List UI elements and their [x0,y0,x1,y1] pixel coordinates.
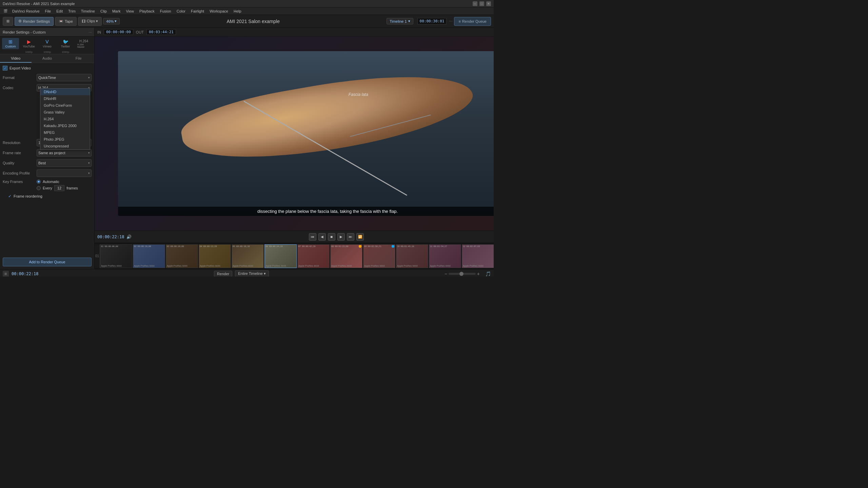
volume-icon[interactable]: 🔊 [126,235,132,239]
entire-timeline-button[interactable]: Entire Timeline ▾ [235,270,269,277]
film-clip-7[interactable]: 07 00:00:42;26 Apple ProRes 4444 [297,244,330,268]
tab-vimeo[interactable]: V Vimeo [39,38,56,49]
window-controls: ─ □ ✕ [473,1,491,6]
timecode-menu-icon[interactable]: ⋯ [449,19,453,23]
timeline-toolbar: ⊞ 00:00:22:18 Render Entire Timeline ▾ −… [0,269,494,277]
tab-video[interactable]: Video [0,54,32,63]
codec-option-uncompressed[interactable]: Uncompressed [40,143,90,149]
title-bar: DaVinci Resolve - AMI 2021 Salon example… [0,0,494,7]
menu-fairlight[interactable]: Fairlight [188,8,207,14]
menu-mark[interactable]: Mark [110,8,123,14]
menu-workspace[interactable]: Workspace [207,8,231,14]
menu-file[interactable]: File [42,8,54,14]
add-to-render-queue-button[interactable]: Add to Render Queue [3,258,92,266]
tab-h264[interactable]: H.264 H.264 Master [75,38,92,49]
menu-edit[interactable]: Edit [54,8,65,14]
timeline-grid-icon[interactable]: ⊞ [3,271,9,277]
every-label: Every [43,186,52,190]
codec-dropdown-menu: DNxHD DNxHR GoPro CineForm Grass Valley … [40,88,90,150]
film-clip-5[interactable]: 05 00:00:18;10 Apple ProRes 4444 [232,244,264,268]
maximize-button[interactable]: □ [479,1,484,6]
render-button[interactable]: Render [214,271,232,277]
codec-option-kakadu-jpeg2000[interactable]: Kakadu JPEG 2000 [40,122,90,129]
close-button[interactable]: ✕ [486,1,491,6]
tab-custom[interactable]: ⊞ Custom [2,38,19,49]
vimeo-sublabel: 1080p [39,50,56,54]
timeline-area: ⊞ 00:00:22:18 Render Entire Timeline ▾ −… [0,269,494,277]
clips-button[interactable]: 🎞 Clips ▾ [78,17,102,26]
every-radio[interactable] [37,186,41,190]
film-clip-10[interactable]: 10 00:01:45;16 Apple ProRes 4444 [396,244,428,268]
zoom-out-icon[interactable]: − [445,271,447,277]
codec-option-dnxhd[interactable]: DNxHD [40,88,90,95]
tab-youtube[interactable]: ▶ YouTube [20,38,37,49]
render-settings-button[interactable]: ⚙ Render Settings [15,17,54,26]
frame-rate-dropdown[interactable]: Same as project ▾ [37,149,92,157]
menu-davinci-resolve[interactable]: DaVinci Resolve [9,8,42,14]
rs-options-button[interactable]: ··· [88,30,92,34]
menu-timeline[interactable]: Timeline [78,8,98,14]
zoom-controls: − + [445,271,480,277]
stop-button[interactable]: ⏹ [328,233,335,241]
film-clip-9[interactable]: 09 00:02:58;21 Apple ProRes 4444 [363,244,395,268]
menu-view[interactable]: View [123,8,137,14]
skip-forward-button[interactable]: ⏭ [347,233,354,241]
format-select[interactable]: QuickTime ▾ [37,74,92,81]
timeline-dropdown[interactable]: Timeline 1 ▾ [387,18,413,24]
film-clip-4[interactable]: 04 00:00:13;28 Apple ProRes 4444 [199,244,231,268]
minimize-button[interactable]: ─ [473,1,477,6]
resolution-label: Resolution [3,141,37,145]
film-clip-2[interactable]: 02 00:00:10;00 Apple ProRes 4444 [133,244,165,268]
tape-button[interactable]: 📼 Tape [55,17,77,26]
menu-clip[interactable]: Clip [98,8,110,14]
format-dropdown[interactable]: QuickTime ▾ [37,74,92,81]
loop-button[interactable]: 🔁 [356,233,364,241]
media-pool-quick-btn[interactable]: ⊞ [3,17,13,26]
film-clip-8[interactable]: 08 00:01:21;00 Apple ProRes 4444 [330,244,362,268]
codec-option-grass-valley[interactable]: Grass Valley [40,109,90,116]
custom-sublabel [2,50,19,54]
play-button[interactable]: ▶ [337,233,345,241]
menu-trim[interactable]: Trim [65,8,78,14]
in-label: IN [97,30,101,34]
menu-playback[interactable]: Playback [137,8,157,14]
film-clip-1[interactable]: 01 00:00:00;00 Apple ProRes 4444 [100,244,132,268]
render-queue-button[interactable]: ≡ Render Queue [454,17,491,26]
zoom-in-icon[interactable]: + [477,271,480,277]
menu-color[interactable]: Color [174,8,188,14]
window-title: DaVinci Resolve - AMI 2021 Salon example [3,2,75,6]
zoom-slider[interactable] [449,273,476,275]
codec-option-dnxhr[interactable]: DNxHR [40,95,90,102]
step-back-button[interactable]: ◀ [318,233,326,241]
tab-file[interactable]: File [63,54,94,63]
tab-audio[interactable]: Audio [32,54,63,63]
menu-help[interactable]: Help [231,8,244,14]
quality-dropdown[interactable]: Best ▾ [37,159,92,167]
frames-input[interactable] [54,185,64,191]
quality-arrow-icon: ▾ [88,161,90,165]
zoom-dropdown[interactable]: 46% ▾ [103,18,120,24]
profile-tabs-container: ⊞ Custom ▶ YouTube V Vimeo 🐦 Twitter H.2… [0,37,94,54]
h264-tab-icon: H.264 [79,39,88,43]
film-clip-3[interactable]: 03 00:00:10;00 Apple ProRes 4444 [166,244,198,268]
video-thumbnail: Fascia lata dissecting the plane below t… [95,37,494,230]
quality-label: Quality [3,161,37,165]
codec-option-gopro-cineform[interactable]: GoPro CineForm [40,102,90,109]
out-timecode: 00:03:44:21 [146,29,176,35]
zoom-handle[interactable] [459,272,463,276]
film-clip-6[interactable]: 06 00:00:24;19 Apple ProRes 4444 [264,244,297,268]
film-clip-11[interactable]: 11 00:01:54;27 Apple ProRes 4444 [429,244,461,268]
export-video-label: Export Video [9,66,31,70]
timeline-audio-icon[interactable]: 🎵 [485,271,491,277]
skip-to-start-button[interactable]: ⏮ [309,233,316,241]
automatic-radio[interactable] [37,180,41,184]
tab-twitter[interactable]: 🐦 Twitter [57,38,74,49]
encoding-profile-dropdown[interactable]: ▾ [37,169,92,177]
codec-option-photo-jpeg[interactable]: Photo JPEG [40,136,90,143]
export-video-checkbox[interactable]: ✓ [3,66,7,70]
film-clip-12[interactable]: 12 00:02:07;03 Apple ProRes 4444 [462,244,494,268]
menu-fusion[interactable]: Fusion [157,8,174,14]
codec-option-mpeg[interactable]: MPEG [40,129,90,136]
video-content: Fascia lata dissecting the plane below t… [118,51,494,216]
codec-option-h264[interactable]: H.264 [40,116,90,122]
